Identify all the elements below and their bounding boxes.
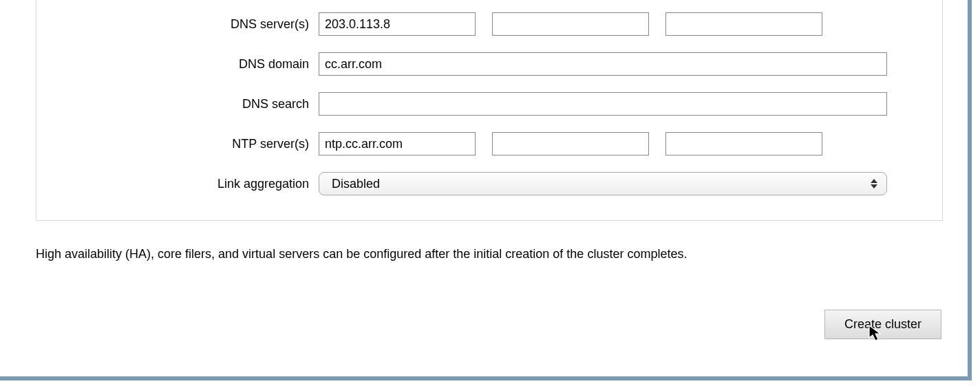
link-aggregation-select[interactable]: Disabled — [319, 172, 887, 195]
label-dns-search: DNS search — [57, 97, 319, 111]
dns-domain-input[interactable] — [319, 52, 887, 76]
row-link-aggregation: Link aggregation Disabled — [57, 172, 887, 195]
row-dns-domain: DNS domain — [57, 52, 887, 76]
ntp-server-1-input[interactable] — [319, 132, 476, 156]
create-cluster-button[interactable]: Create cluster — [824, 310, 941, 339]
label-link-aggregation: Link aggregation — [57, 177, 319, 191]
dns-search-input[interactable] — [319, 92, 887, 116]
row-dns-search: DNS search — [57, 92, 887, 116]
action-row: Create cluster — [36, 310, 943, 339]
label-ntp-servers: NTP server(s) — [57, 137, 319, 151]
ntp-server-3-input[interactable] — [665, 132, 822, 156]
row-ntp-servers: NTP server(s) — [57, 132, 887, 156]
dns-server-3-input[interactable] — [665, 12, 822, 36]
row-dns-servers: DNS server(s) — [57, 12, 887, 36]
ntp-server-2-input[interactable] — [492, 132, 649, 156]
network-settings-panel: DNS server(s) DNS domain DNS search — [36, 0, 943, 221]
dns-server-2-input[interactable] — [492, 12, 649, 36]
dns-server-1-input[interactable] — [319, 12, 476, 36]
label-dns-servers: DNS server(s) — [57, 17, 319, 32]
label-dns-domain: DNS domain — [57, 57, 319, 72]
help-text: High availability (HA), core filers, and… — [36, 247, 943, 261]
